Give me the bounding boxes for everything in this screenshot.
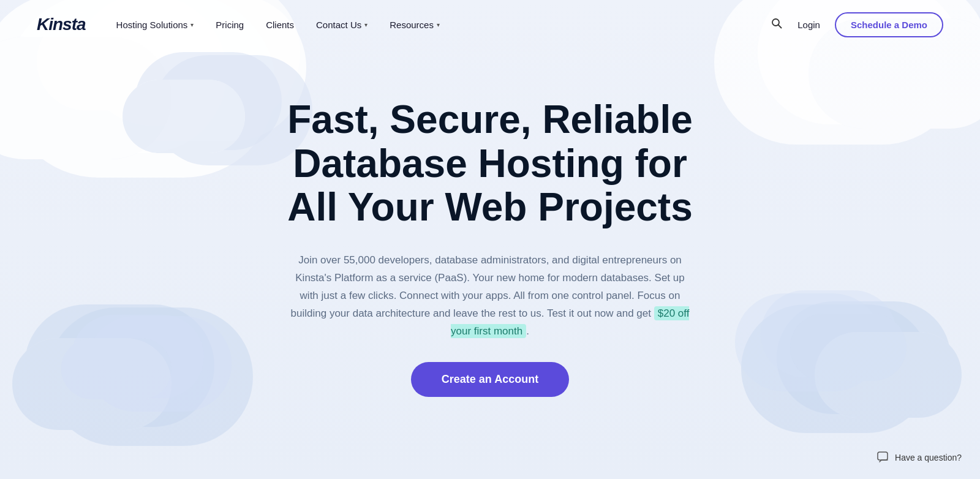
site-logo[interactable]: Kinsta xyxy=(37,15,86,34)
schedule-demo-button[interactable]: Schedule a Demo xyxy=(835,12,943,37)
navbar: Kinsta Hosting Solutions ▾ Pricing Clien… xyxy=(0,0,980,49)
nav-item-resources[interactable]: Resources ▾ xyxy=(390,20,440,30)
nav-right: Login Schedule a Demo xyxy=(771,12,943,37)
login-link[interactable]: Login xyxy=(797,20,820,30)
chat-widget[interactable]: Have a question? xyxy=(876,451,962,464)
nav-item-pricing[interactable]: Pricing xyxy=(216,20,244,30)
chat-label: Have a question? xyxy=(895,453,962,462)
svg-rect-2 xyxy=(878,452,888,460)
nav-item-contact-us[interactable]: Contact Us ▾ xyxy=(316,20,368,30)
create-account-button[interactable]: Create an Account xyxy=(411,362,569,397)
hero-section: Fast, Secure, Reliable Database Hosting … xyxy=(0,49,980,397)
nav-item-clients[interactable]: Clients xyxy=(266,20,294,30)
hero-subtitle: Join over 55,000 developers, database ad… xyxy=(288,252,692,340)
search-icon[interactable] xyxy=(771,17,783,32)
chevron-down-icon: ▾ xyxy=(364,21,368,28)
hero-title: Fast, Secure, Reliable Database Hosting … xyxy=(276,98,704,230)
chevron-down-icon: ▾ xyxy=(190,21,194,28)
nav-item-hosting-solutions[interactable]: Hosting Solutions ▾ xyxy=(116,20,194,30)
chat-icon xyxy=(876,451,890,464)
chevron-down-icon: ▾ xyxy=(437,21,440,28)
svg-line-1 xyxy=(778,25,782,28)
nav-links: Hosting Solutions ▾ Pricing Clients Cont… xyxy=(116,20,771,30)
